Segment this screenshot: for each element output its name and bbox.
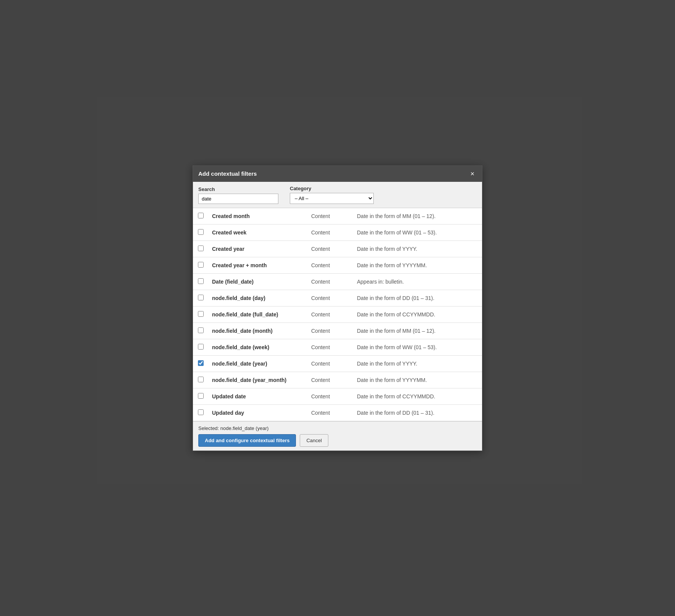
filter-description: Date in the form of MM (01 – 12).: [353, 322, 482, 339]
filter-name: Date (field_date): [208, 273, 307, 290]
table-row: Updated date Content Date in the form of…: [193, 388, 482, 404]
search-bar: Search Category – All – Content Other: [193, 182, 482, 208]
filter-checkbox-created-month[interactable]: [198, 213, 204, 218]
filter-name: Created week: [208, 224, 307, 241]
filter-description: Date in the form of YYYY.: [353, 355, 482, 372]
table-row: node.field_date (year) Content Date in t…: [193, 355, 482, 372]
filter-category: Content: [307, 224, 353, 241]
filter-name: node.field_date (week): [208, 339, 307, 355]
filter-category: Content: [307, 339, 353, 355]
filter-name: node.field_date (year_month): [208, 372, 307, 388]
filter-name: node.field_date (year): [208, 355, 307, 372]
filter-name: Created month: [208, 208, 307, 225]
filter-name: Created year: [208, 241, 307, 257]
filter-name: Created year + month: [208, 257, 307, 273]
close-button[interactable]: ×: [468, 170, 477, 178]
table-row: Created week Content Date in the form of…: [193, 224, 482, 241]
modal-body: Created month Content Date in the form o…: [193, 208, 482, 421]
filter-category: Content: [307, 355, 353, 372]
modal-overlay: Add contextual filters × Search Category…: [0, 0, 675, 616]
modal-title: Add contextual filters: [198, 170, 257, 177]
filter-description: Appears in: bulletin.: [353, 273, 482, 290]
filter-name: node.field_date (full_date): [208, 306, 307, 322]
modal: Add contextual filters × Search Category…: [193, 165, 482, 451]
filter-category: Content: [307, 404, 353, 421]
filter-description: Date in the form of CCYYMMDD.: [353, 306, 482, 322]
search-label: Search: [198, 186, 278, 192]
filter-table: Created month Content Date in the form o…: [193, 208, 482, 421]
selected-text: Selected: node.field_date (year): [198, 425, 477, 431]
filter-checkbox-node-field-date-year[interactable]: [198, 360, 204, 366]
filter-category: Content: [307, 372, 353, 388]
table-row: node.field_date (year_month) Content Dat…: [193, 372, 482, 388]
footer-buttons: Add and configure contextual filters Can…: [198, 434, 477, 447]
filter-category: Content: [307, 241, 353, 257]
filter-category: Content: [307, 257, 353, 273]
search-input[interactable]: [198, 194, 278, 204]
filter-checkbox-node-field-date-year-month[interactable]: [198, 377, 204, 382]
filter-description: Date in the form of WW (01 – 53).: [353, 339, 482, 355]
table-row: Created month Content Date in the form o…: [193, 208, 482, 225]
category-select[interactable]: – All – Content Other: [290, 193, 374, 204]
filter-checkbox-node-field-date-month[interactable]: [198, 327, 204, 333]
filter-description: Date in the form of DD (01 – 31).: [353, 404, 482, 421]
search-group: Search: [198, 186, 278, 204]
table-row: Date (field_date) Content Appears in: bu…: [193, 273, 482, 290]
filter-category: Content: [307, 388, 353, 404]
filter-name: Updated date: [208, 388, 307, 404]
table-row: Created year + month Content Date in the…: [193, 257, 482, 273]
filter-checkbox-node-field-date-full-date[interactable]: [198, 311, 204, 317]
filter-checkbox-updated-date[interactable]: [198, 393, 204, 399]
category-group: Category – All – Content Other: [290, 186, 374, 204]
table-row: node.field_date (month) Content Date in …: [193, 322, 482, 339]
filter-category: Content: [307, 273, 353, 290]
table-row: Created year Content Date in the form of…: [193, 241, 482, 257]
cancel-button[interactable]: Cancel: [300, 434, 328, 447]
filter-checkbox-created-year-month[interactable]: [198, 262, 204, 268]
table-row: node.field_date (full_date) Content Date…: [193, 306, 482, 322]
filter-checkbox-date-field-date[interactable]: [198, 278, 204, 284]
table-row: node.field_date (day) Content Date in th…: [193, 290, 482, 306]
filter-category: Content: [307, 322, 353, 339]
filter-category: Content: [307, 306, 353, 322]
filter-checkbox-created-year[interactable]: [198, 245, 204, 251]
filter-name: node.field_date (day): [208, 290, 307, 306]
filter-description: Date in the form of YYYY.: [353, 241, 482, 257]
filter-description: Date in the form of WW (01 – 53).: [353, 224, 482, 241]
filter-description: Date in the form of MM (01 – 12).: [353, 208, 482, 225]
filter-name: Updated day: [208, 404, 307, 421]
modal-footer: Selected: node.field_date (year) Add and…: [193, 421, 482, 451]
filter-category: Content: [307, 290, 353, 306]
filter-checkbox-updated-day[interactable]: [198, 409, 204, 415]
filter-category: Content: [307, 208, 353, 225]
filter-description: Date in the form of YYYYMM.: [353, 257, 482, 273]
modal-header: Add contextual filters ×: [193, 166, 482, 182]
filter-description: Date in the form of DD (01 – 31).: [353, 290, 482, 306]
filter-checkbox-node-field-date-day[interactable]: [198, 295, 204, 300]
add-configure-button[interactable]: Add and configure contextual filters: [198, 434, 296, 447]
category-label: Category: [290, 186, 374, 191]
filter-description: Date in the form of YYYYMM.: [353, 372, 482, 388]
filter-name: node.field_date (month): [208, 322, 307, 339]
table-row: node.field_date (week) Content Date in t…: [193, 339, 482, 355]
filter-checkbox-node-field-date-week[interactable]: [198, 344, 204, 350]
filter-description: Date in the form of CCYYMMDD.: [353, 388, 482, 404]
filter-checkbox-created-week[interactable]: [198, 229, 204, 235]
table-row: Updated day Content Date in the form of …: [193, 404, 482, 421]
